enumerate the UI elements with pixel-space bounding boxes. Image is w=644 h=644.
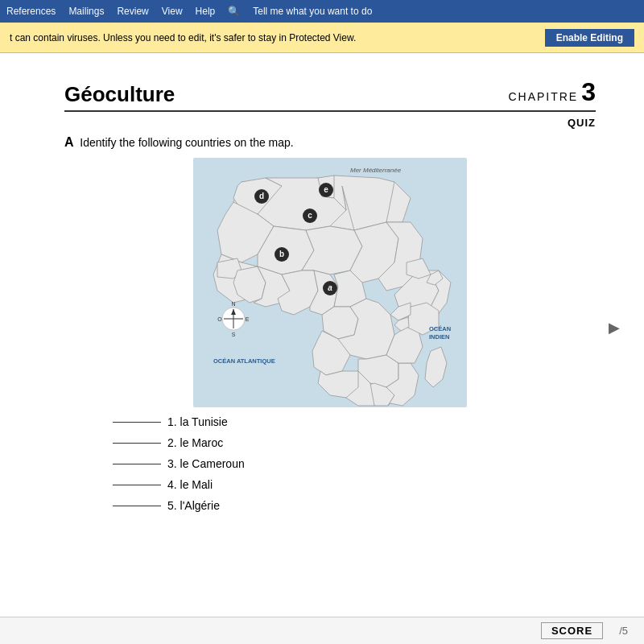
protected-message: t can contain viruses. Unless you need t… [10,32,356,43]
menu-mailings[interactable]: Mailings [68,6,104,17]
question-text: A Identify the following countries on th… [64,135,596,150]
question-body: Identify the following countries on the … [80,136,293,149]
answers-section: 1. la Tunisie 2. le Maroc 3. le Cameroun… [64,415,596,512]
svg-text:c: c [308,211,312,220]
svg-text:N: N [231,301,235,307]
answer-blank-1[interactable] [113,422,161,423]
ocean-atlantique-label: OCÉAN ATLANTIQUE [213,357,275,365]
menu-view[interactable]: View [162,6,183,17]
question-letter: A [64,135,74,149]
svg-text:d: d [259,192,264,200]
svg-text:E: E [246,316,250,322]
africa-map: .country { fill: #e8e8e8; stroke: #999; … [193,158,467,407]
answer-blank-5[interactable] [113,506,161,506]
answer-item-1: 1. la Tunisie [113,415,596,428]
menu-help[interactable]: Help [196,6,216,17]
score-value: /5 [619,625,628,637]
score-max: 5 [622,625,628,637]
mer-mediterranee-label: Mer Méditerranée [350,167,402,174]
menu-bar: References Mailings Review View Help 🔍 T… [0,0,644,23]
answer-item-4: 4. le Mali [113,478,596,491]
svg-text:e: e [324,185,328,194]
main-content: Géoculture CHAPITRE 3 QUIZ A Identify th… [0,53,644,644]
answer-text-1: 1. la Tunisie [167,415,228,428]
cursor-arrow: ▶ [609,319,620,336]
svg-text:S: S [232,332,236,337]
answer-text-2: 2. le Maroc [167,436,223,449]
ocean-indien-label: OCÉAN [429,325,451,332]
chapitre-label: CHAPITRE [508,90,578,103]
svg-text:a: a [328,283,332,292]
svg-text:b: b [279,250,284,258]
answer-item-3: 3. le Cameroun [113,457,596,470]
search-icon: 🔍 [228,6,240,17]
score-box: SCORE /5 [541,622,628,639]
enable-editing-button[interactable]: Enable Editing [545,29,634,47]
svg-text:O: O [217,316,222,322]
answer-item-2: 2. le Maroc [113,436,596,449]
map-container: .country { fill: #e8e8e8; stroke: #999; … [193,158,467,407]
chapitre-info: CHAPITRE 3 [508,77,596,107]
answer-blank-3[interactable] [113,464,161,464]
score-label: SCORE [541,622,603,639]
protected-view-bar: t can contain viruses. Unless you need t… [0,23,644,53]
search-bar[interactable]: Tell me what you want to do [253,6,372,17]
answer-item-5: 5. l'Algérie [113,499,596,512]
menu-references[interactable]: References [6,6,56,17]
map-area: .country { fill: #e8e8e8; stroke: #999; … [64,158,596,407]
ocean-indien-label2: INDIEN [429,333,449,341]
page-header: Géoculture CHAPITRE 3 [64,77,596,112]
page-title: Géoculture [64,82,175,107]
quiz-label: QUIZ [64,117,596,129]
answer-text-4: 4. le Mali [167,478,213,491]
answer-blank-4[interactable] [113,485,161,485]
answer-blank-2[interactable] [113,443,161,444]
menu-review[interactable]: Review [117,6,148,17]
score-bar: SCORE /5 [0,617,644,644]
answer-text-3: 3. le Cameroun [167,457,245,470]
answer-text-5: 5. l'Algérie [167,499,220,512]
chapitre-number: 3 [581,77,596,106]
